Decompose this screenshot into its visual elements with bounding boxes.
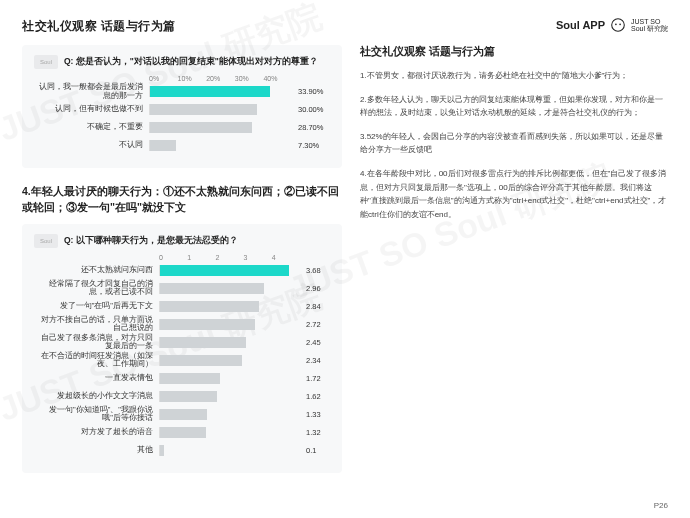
bar-label: 对方不接自己的话，只单方面说自己想说的	[34, 316, 159, 333]
bar-track	[159, 445, 300, 456]
bar-label: 其他	[34, 446, 159, 454]
bar-fill	[160, 373, 220, 384]
bar-row: 发了一句"在吗"后再无下文2.84	[34, 299, 330, 314]
bar-value: 1.72	[300, 374, 330, 383]
axis-tick: 4	[272, 254, 300, 261]
bar-track	[159, 355, 300, 366]
bar-track	[159, 319, 300, 330]
chart-question: Q: 以下哪种聊天行为，是您最无法忍受的？	[64, 235, 238, 247]
chart-card-2: Soul Q: 以下哪种聊天行为，是您最无法忍受的？ 01234 还不太熟就问东…	[22, 224, 342, 473]
bar-fill	[160, 355, 242, 366]
bar-row: 不认同7.30%	[34, 138, 330, 153]
body-paragraph: 2.多数年轻人认为，聊天以己方的回复结束能体现尊重，但如果你发现，对方和你是一样…	[360, 93, 668, 120]
bar-value: 7.30%	[292, 141, 330, 150]
bar-label: 在不合适的时间狂发消息（如深夜、工作期间）	[34, 352, 159, 369]
brand-sub: JUST SO Soul 研究院	[631, 18, 668, 32]
bar-label: 认同，但有时候也做不到	[34, 105, 149, 113]
bar-value: 2.45	[300, 338, 330, 347]
bar-label: 不确定，不重要	[34, 123, 149, 131]
brand-name: Soul APP	[556, 19, 605, 31]
bar-fill	[150, 122, 252, 133]
chart-card-1: Soul Q: 您是否认为，"对话以我的回复结束"能体现出对对方的尊重？ 0%1…	[22, 45, 342, 168]
bar-track	[159, 265, 300, 276]
bar-value: 33.90%	[292, 87, 330, 96]
bar-label: 经常隔了很久才回复自己的消息，或者已读不回	[34, 280, 159, 297]
bar-row: 在不合适的时间狂发消息（如深夜、工作期间）2.34	[34, 353, 330, 368]
bar-label: 认同，我一般都会是最后发消息的那一方	[34, 83, 149, 100]
bar-value: 2.84	[300, 302, 330, 311]
bar-row: 发一句"你知道吗"、"我跟你说哦"后等你接话1.33	[34, 407, 330, 422]
bar-value: 3.68	[300, 266, 330, 275]
axis-tick: 10%	[178, 75, 207, 82]
bar-row: 对方发了超长的语音1.32	[34, 425, 330, 440]
axis-tick: 40%	[263, 75, 292, 82]
bar-row: 对方不接自己的话，只单方面说自己想说的2.72	[34, 317, 330, 332]
bar-track	[159, 283, 300, 294]
bar-label: 发一句"你知道吗"、"我跟你说哦"后等你接话	[34, 406, 159, 423]
svg-point-0	[612, 19, 625, 32]
bar-row: 认同，我一般都会是最后发消息的那一方33.90%	[34, 84, 330, 99]
bar-fill	[160, 319, 255, 330]
axis-tick: 30%	[235, 75, 264, 82]
chart-badge-icon: Soul	[34, 234, 58, 248]
page-number: P26	[654, 501, 668, 510]
bar-value: 1.33	[300, 410, 330, 419]
bar-track	[159, 373, 300, 384]
axis-tick: 0	[159, 254, 187, 261]
brand-logo-icon	[611, 18, 625, 32]
left-subheading: 4.年轻人最讨厌的聊天行为：①还不太熟就问东问西；②已读不回或轮回；③发一句"在…	[22, 184, 342, 216]
bar-row: 自己发了很多条消息，对方只回复最后的一条2.45	[34, 335, 330, 350]
bar-value: 2.96	[300, 284, 330, 293]
bar-fill	[160, 409, 207, 420]
bar-row: 其他0.1	[34, 443, 330, 458]
bar-track	[149, 86, 292, 97]
body-paragraph: 1.不管男女，都很讨厌说教行为，请务必杜绝在社交中的"随地大小爹"行为；	[360, 69, 668, 83]
bar-label: 一直发表情包	[34, 374, 159, 382]
chart-x-ticks: 01234	[34, 254, 330, 261]
bar-row: 不确定，不重要28.70%	[34, 120, 330, 135]
svg-point-1	[615, 23, 617, 25]
bar-value: 0.1	[300, 446, 330, 455]
axis-tick: 0%	[149, 75, 178, 82]
bar-label: 发了一句"在吗"后再无下文	[34, 302, 159, 310]
axis-tick: 1	[187, 254, 215, 261]
bar-fill	[150, 140, 176, 151]
bar-fill	[160, 427, 206, 438]
bar-fill	[150, 86, 270, 97]
bar-row: 认同，但有时候也做不到30.00%	[34, 102, 330, 117]
bar-value: 2.34	[300, 356, 330, 365]
bar-value: 1.62	[300, 392, 330, 401]
svg-point-2	[619, 23, 621, 25]
bar-track	[159, 391, 300, 402]
bar-track	[159, 337, 300, 348]
bar-track	[149, 104, 292, 115]
bar-label: 自己发了很多条消息，对方只回复最后的一条	[34, 334, 159, 351]
bar-row: 一直发表情包1.72	[34, 371, 330, 386]
bar-track	[149, 140, 292, 151]
axis-tick: 2	[215, 254, 243, 261]
bar-row: 发超级长的小作文文字消息1.62	[34, 389, 330, 404]
bar-value: 2.72	[300, 320, 330, 329]
bar-track	[159, 301, 300, 312]
bar-label: 还不太熟就问东问西	[34, 266, 159, 274]
bar-label: 对方发了超长的语音	[34, 428, 159, 436]
bar-label: 不认同	[34, 141, 149, 149]
bar-fill	[160, 445, 164, 456]
bar-label: 发超级长的小作文文字消息	[34, 392, 159, 400]
bar-row: 经常隔了很久才回复自己的消息，或者已读不回2.96	[34, 281, 330, 296]
body-paragraph: 3.52%的年轻人，会因自己分享的内容没被查看而感到失落，所以如果可以，还是尽量…	[360, 130, 668, 157]
body-paragraph: 4.在各年龄段中对比，00后们对很多雷点行为的排斥比例都更低，但在"自己发了很多…	[360, 167, 668, 221]
bar-fill	[150, 104, 257, 115]
bar-value: 28.70%	[292, 123, 330, 132]
right-heading: 社交礼仪观察 话题与行为篇	[360, 44, 668, 59]
bar-track	[159, 427, 300, 438]
bar-value: 1.32	[300, 428, 330, 437]
bar-fill	[160, 265, 289, 276]
axis-tick: 20%	[206, 75, 235, 82]
chart-x-ticks: 0%10%20%30%40%	[34, 75, 330, 82]
bar-fill	[160, 391, 217, 402]
chart-badge-icon: Soul	[34, 55, 58, 69]
bar-fill	[160, 283, 264, 294]
bar-fill	[160, 337, 246, 348]
axis-tick: 3	[244, 254, 272, 261]
